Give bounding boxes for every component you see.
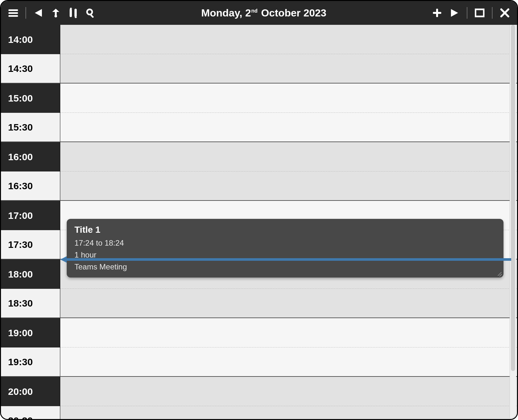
time-label: 15:30: [1, 113, 60, 142]
svg-marker-3: [35, 9, 42, 17]
time-label: 20:30: [1, 406, 60, 419]
separator: [467, 7, 467, 19]
title-ordinal: nd: [251, 8, 258, 14]
time-label: 19:00: [1, 318, 60, 347]
svg-rect-16: [475, 9, 484, 16]
header-left-group: [7, 6, 97, 19]
grid-scroll-area[interactable]: 14:0014:3015:0015:3016:0016:3017:0017:30…: [1, 25, 517, 419]
plus-icon: [432, 8, 442, 18]
svg-rect-7: [70, 9, 72, 17]
time-slot[interactable]: [60, 113, 517, 142]
separator: [492, 7, 493, 19]
time-row[interactable]: 20:30: [1, 406, 517, 419]
event-title: Title 1: [74, 225, 496, 235]
refresh-icon: [68, 8, 78, 18]
time-label: 16:00: [1, 142, 60, 171]
time-slot[interactable]: [60, 318, 517, 347]
time-row[interactable]: 15:30: [1, 113, 517, 142]
header-bar: Monday, 2nd October 2023: [1, 1, 517, 25]
time-slot[interactable]: [60, 171, 517, 200]
close-button[interactable]: [498, 6, 511, 19]
time-slot[interactable]: [60, 54, 517, 83]
time-label: 17:00: [1, 201, 60, 230]
time-row[interactable]: 15:00: [1, 83, 517, 113]
svg-rect-5: [55, 12, 57, 15]
fullscreen-button[interactable]: [473, 6, 486, 19]
svg-rect-14: [433, 12, 441, 14]
menu-icon: [8, 9, 18, 17]
time-label: 17:30: [1, 230, 60, 259]
time-row[interactable]: 16:30: [1, 171, 517, 201]
time-row[interactable]: 14:30: [1, 54, 517, 83]
event-location: Teams Meeting: [74, 261, 496, 273]
time-label: 19:30: [1, 347, 60, 376]
page-title: Monday, 2nd October 2023: [201, 7, 326, 19]
svg-marker-10: [74, 17, 77, 18]
title-suffix: October 2023: [258, 7, 327, 19]
time-slot[interactable]: [60, 142, 517, 171]
event-duration: 1 hour: [74, 249, 496, 261]
header-right-group: [431, 6, 511, 19]
time-slot[interactable]: [60, 377, 517, 406]
svg-marker-15: [451, 9, 458, 17]
svg-rect-0: [8, 9, 18, 11]
close-icon: [500, 8, 510, 18]
svg-rect-2: [8, 15, 18, 17]
time-label: 14:00: [1, 25, 60, 54]
time-row[interactable]: 16:00: [1, 142, 517, 171]
refresh-button[interactable]: [67, 6, 80, 19]
time-label: 18:30: [1, 289, 60, 317]
add-button[interactable]: [431, 6, 444, 19]
time-slot[interactable]: [60, 406, 517, 419]
triangle-left-icon: [34, 8, 43, 17]
time-row[interactable]: 20:00: [1, 377, 517, 406]
separator: [25, 7, 26, 19]
resize-handle-icon[interactable]: [496, 270, 502, 276]
svg-rect-1: [8, 12, 18, 14]
search-button[interactable]: [84, 6, 97, 19]
time-row[interactable]: 19:00: [1, 318, 517, 347]
svg-marker-4: [52, 9, 59, 12]
time-slot[interactable]: [60, 83, 517, 113]
svg-point-11: [87, 9, 92, 15]
scroll-thumb[interactable]: [511, 25, 515, 371]
time-slot[interactable]: [60, 347, 517, 376]
time-label: 20:00: [1, 377, 60, 406]
day-grid: 14:0014:3015:0015:3016:0016:3017:0017:30…: [1, 25, 517, 419]
vertical-scrollbar[interactable]: [510, 25, 516, 418]
time-row[interactable]: 14:00: [1, 25, 517, 54]
time-label: 15:00: [1, 83, 60, 113]
pin-up-icon: [51, 8, 61, 18]
title-prefix: Monday, 2: [201, 7, 251, 19]
time-label: 16:30: [1, 171, 60, 200]
time-slot[interactable]: [60, 25, 517, 54]
event-time-range: 17:24 to 18:24: [74, 237, 496, 249]
time-row[interactable]: 19:30: [1, 347, 517, 377]
calendar-day-window: Monday, 2nd October 2023: [0, 0, 518, 420]
jump-button[interactable]: [49, 6, 62, 19]
search-icon: [86, 8, 95, 18]
menu-button[interactable]: [7, 6, 20, 19]
time-slot[interactable]: [60, 289, 517, 317]
play-button[interactable]: [448, 6, 461, 19]
time-label: 18:00: [1, 259, 60, 289]
svg-rect-8: [74, 9, 77, 17]
svg-point-6: [54, 15, 57, 17]
back-button[interactable]: [32, 6, 45, 19]
time-label: 14:30: [1, 54, 60, 83]
time-row[interactable]: 18:30: [1, 289, 517, 318]
triangle-right-icon: [450, 8, 459, 17]
window-icon: [475, 8, 484, 17]
event-card[interactable]: Title 117:24 to 18:241 hourTeams Meeting: [67, 219, 503, 278]
svg-marker-9: [70, 8, 72, 9]
